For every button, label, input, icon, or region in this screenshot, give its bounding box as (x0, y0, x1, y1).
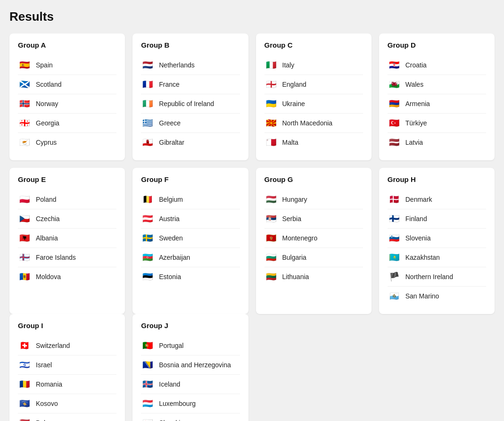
card-group-f: Group F🇧🇪Belgium🇦🇹Austria🇸🇪Sweden🇦🇿Azerb… (132, 168, 248, 314)
flag-türkiye: 🇹🇷 (388, 116, 401, 130)
team-row: 🏴Northern Ireland (388, 267, 486, 287)
team-row: 🇲🇪Montenegro (264, 229, 363, 248)
team-row: 🏴󠁧󠁢󠁳󠁣󠁴󠁿Scotland (18, 75, 116, 94)
team-name: Armenia (405, 100, 430, 107)
flag-kosovo: 🇽🇰 (18, 397, 31, 410)
group-title-group-d: Group D (388, 41, 486, 49)
team-name: England (282, 81, 306, 88)
team-row: 🇫🇮Finland (388, 209, 486, 229)
team-name: Wales (405, 81, 423, 88)
team-name: North Macedonia (282, 119, 333, 127)
team-name: Iceland (159, 380, 180, 388)
group-title-group-f: Group F (141, 175, 240, 183)
team-row: 🇦🇱Albania (18, 229, 116, 248)
flag-cyprus: 🇨🇾 (18, 136, 31, 149)
team-name: Luxembourg (159, 400, 196, 407)
team-name: Serbia (282, 215, 301, 223)
team-name: Georgia (36, 119, 59, 127)
team-row: 🏴󠁧󠁢󠁷󠁬󠁳󠁿Wales (388, 75, 486, 94)
team-name: Latvia (405, 139, 423, 146)
card-group-g: Group G🇭🇺Hungary🇷🇸Serbia🇲🇪Montenegro🇧🇬Bu… (256, 168, 372, 314)
team-row: 🇳🇱Netherlands (141, 56, 240, 75)
flag-serbia: 🇷🇸 (264, 212, 278, 225)
team-name: Romania (36, 380, 62, 388)
flag-slovenia: 🇸🇮 (388, 231, 401, 245)
card-group-d: Group D🇭🇷Croatia🏴󠁧󠁢󠁷󠁬󠁳󠁿Wales🇦🇲Armenia🇹🇷T… (379, 33, 495, 160)
team-row: 🇱🇻Latvia (388, 133, 486, 152)
team-name: Denmark (405, 196, 432, 203)
team-row: 🇫🇷France (141, 75, 240, 94)
team-row: 🇩🇰Denmark (388, 190, 486, 209)
card-group-a: Group A🇪🇸Spain🏴󠁧󠁢󠁳󠁣󠁴󠁿Scotland🇳🇴Norway🇬🇪G… (9, 33, 125, 160)
team-row: 🇨🇾Cyprus (18, 133, 116, 152)
team-name: Switzerland (36, 342, 70, 349)
flag-albania: 🇦🇱 (18, 231, 31, 245)
team-name: Norway (36, 100, 58, 107)
team-name: Montenegro (282, 234, 318, 242)
flag-france: 🇫🇷 (141, 78, 154, 91)
flag-latvia: 🇱🇻 (388, 136, 401, 149)
team-name: Cyprus (36, 139, 57, 146)
flag-kazakhstan: 🇰🇿 (388, 251, 401, 264)
team-name: Malta (282, 139, 298, 146)
flag-czechia: 🇨🇿 (18, 212, 31, 225)
team-name: Ukraine (282, 100, 305, 107)
team-name: Finland (405, 215, 427, 223)
flag-gibraltar: 🇬🇮 (141, 136, 154, 149)
team-row: 🇪🇪Estonia (141, 267, 240, 286)
team-row: 🇸🇲San Marino (388, 287, 486, 305)
team-name: France (159, 81, 180, 88)
team-name: San Marino (405, 292, 439, 300)
team-row: 🇱🇹Lithuania (264, 267, 363, 286)
flag-norway: 🇳🇴 (18, 97, 31, 110)
team-row: 🇪🇸Spain (18, 56, 116, 75)
team-row: 🇬🇮Gibraltar (141, 133, 240, 152)
team-name: Northern Ireland (405, 273, 453, 281)
flag-malta: 🇲🇹 (264, 136, 278, 149)
team-row: 🇮🇪Republic of Ireland (141, 94, 240, 114)
flag-scotland: 🏴󠁧󠁢󠁳󠁣󠁴󠁿 (18, 78, 31, 91)
group-title-group-c: Group C (264, 41, 363, 49)
flag-romania: 🇷🇴 (18, 378, 31, 391)
team-row: 🇺🇦Ukraine (264, 94, 363, 114)
page-title: Results (9, 9, 495, 24)
flag-austria: 🇦🇹 (141, 212, 154, 225)
team-row: 🇦🇹Austria (141, 209, 240, 229)
team-name: Bosnia and Herzegovina (159, 361, 231, 369)
flag-england: 🏴󠁧󠁢󠁥󠁮󠁧󠁿 (264, 78, 278, 91)
team-row: 🇮🇸Iceland (141, 375, 240, 394)
flag-iceland: 🇮🇸 (141, 378, 154, 391)
flag-israel: 🇮🇱 (18, 358, 31, 371)
flag-north-macedonia: 🇲🇰 (264, 116, 278, 130)
team-name: Poland (36, 196, 57, 203)
team-name: Gibraltar (159, 139, 184, 146)
team-name: Belarus (36, 419, 58, 421)
team-row: 🇨🇿Czechia (18, 209, 116, 229)
flag-northern-ireland: 🏴 (388, 270, 401, 283)
flag-lithuania: 🇱🇹 (264, 270, 278, 283)
team-row: 🇮🇹Italy (264, 56, 363, 75)
flag-switzerland: 🇨🇭 (18, 339, 31, 352)
team-row: 🇱🇺Luxembourg (141, 394, 240, 413)
team-name: Israel (36, 361, 52, 369)
group-title-group-e: Group E (18, 175, 116, 183)
flag-wales: 🏴󠁧󠁢󠁷󠁬󠁳󠁿 (388, 78, 401, 91)
flag-sweden: 🇸🇪 (141, 231, 154, 245)
flag-finland: 🇫🇮 (388, 212, 401, 225)
team-name: Azerbaijan (159, 254, 190, 261)
team-row: 🇽🇰Kosovo (18, 394, 116, 413)
team-name: Czechia (36, 215, 60, 223)
flag-slovakia: 🇸🇰 (141, 416, 154, 421)
team-row: 🇲🇰North Macedonia (264, 114, 363, 133)
team-row: 🇸🇪Sweden (141, 229, 240, 248)
team-row: 🇸🇰Slovakia (141, 413, 240, 421)
team-name: Kosovo (36, 400, 58, 407)
team-row: 🇷🇴Romania (18, 375, 116, 394)
flag-spain: 🇪🇸 (18, 58, 31, 72)
team-row: 🇸🇮Slovenia (388, 229, 486, 248)
team-name: Republic of Ireland (159, 100, 214, 107)
flag-italy: 🇮🇹 (264, 58, 278, 72)
team-name: Scotland (36, 81, 61, 88)
flag-faroe-islands: 🇫🇴 (18, 251, 31, 264)
team-row: 🇲🇹Malta (264, 133, 363, 152)
